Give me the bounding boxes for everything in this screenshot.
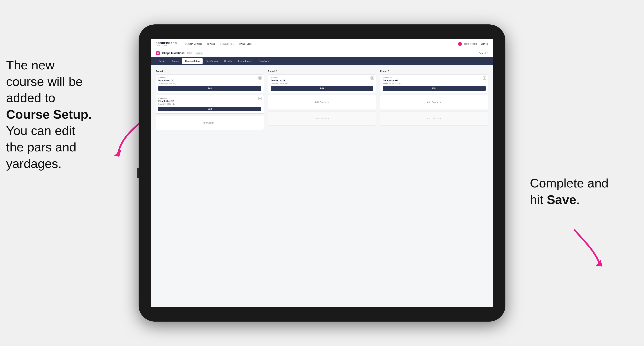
round-2-column: Round 2 ⊟ (Course A) Peachtree GC Yellow…	[268, 70, 376, 132]
round1-course-b-delete-button[interactable]: ⊟	[258, 97, 262, 100]
tournament-left: C Clippd Invitational (Men) Hosting	[156, 51, 203, 55]
round2-course-a-details: Yellow (M) (6629 yds)	[271, 82, 374, 84]
round3-course-a-name: Peachtree GC	[383, 79, 486, 82]
tournament-name: Clippd Invitational	[162, 51, 185, 54]
scoreboard-logo: SCOREBOARD Powered by clippd	[156, 42, 177, 46]
round2-course-a-card: ⊟ (Course A) Peachtree GC Yellow (M) (66…	[268, 74, 376, 93]
scoreboard-title: SCOREBOARD	[156, 42, 177, 44]
round1-course-a-card: ⊟ (Course A) Peachtree GC Yellow (M) (66…	[156, 74, 264, 93]
round1-add-course-text: Add Course +	[202, 121, 217, 124]
round1-add-course-button[interactable]: Add Course +	[156, 116, 264, 130]
rounds-grid: Round 1 ⊟ (Course A) Peachtree GC Yellow…	[156, 70, 488, 132]
round3-course-a-delete-button[interactable]: ⊟	[483, 76, 486, 80]
tablet-shell: SCOREBOARD Powered by clippd TOURNAMENTS…	[138, 24, 506, 322]
round3-add-course-1-text: Add Course +	[427, 101, 442, 104]
svg-marker-0	[114, 150, 121, 157]
round1-course-b-name: East Lake GC	[158, 100, 261, 103]
nav-committee[interactable]: COMMITTEE	[220, 43, 234, 45]
scoreboard-sub: Powered by clippd	[156, 45, 177, 46]
round1-course-a-details: Yellow (M) (6629 yds)	[158, 82, 261, 84]
tab-leaderboards[interactable]: Leaderboards	[236, 58, 255, 64]
round2-course-a-delete-button[interactable]: ⊟	[370, 76, 374, 80]
round2-plus-icon-2: +	[328, 117, 329, 120]
round1-course-b-card: ⊟ (Course B) East Lake GC Black (M) (689…	[156, 95, 264, 114]
round2-add-course-2-text: Add Course +	[315, 117, 329, 120]
round3-plus-icon-2: +	[440, 117, 442, 120]
user-avatar	[458, 42, 462, 46]
round3-add-course-1-button[interactable]: Add Course +	[380, 95, 488, 109]
tournament-logo: C	[156, 51, 160, 55]
round3-course-a-details: Yellow (M) (6629 yds)	[383, 82, 486, 84]
round1-course-a-delete-button[interactable]: ⊟	[258, 76, 262, 80]
nav-rankings[interactable]: RANKINGS	[239, 43, 252, 45]
round1-course-a-name: Peachtree GC	[158, 79, 261, 82]
round1-course-b-details: Black (M) (6891 yds)	[158, 103, 261, 105]
tablet-screen: SCOREBOARD Powered by clippd TOURNAMENTS…	[151, 39, 493, 307]
top-nav: SCOREBOARD Powered by clippd TOURNAMENTS…	[151, 39, 493, 49]
round2-add-course-2-button: Add Course +	[268, 111, 376, 126]
tab-printables[interactable]: Printables	[256, 58, 272, 64]
round2-course-a-edit-button[interactable]: Edit	[271, 86, 374, 91]
tab-teams[interactable]: Teams	[169, 58, 182, 64]
round2-plus-icon-1: +	[328, 101, 329, 104]
round1-course-b-edit-button[interactable]: Edit	[158, 107, 261, 111]
round2-course-a-label: (Course A)	[271, 77, 374, 79]
tabs-bar: Details Teams Course Setup Tee Groups Re…	[151, 57, 493, 65]
round1-course-a-edit-button[interactable]: Edit	[158, 86, 261, 91]
nav-tournaments[interactable]: TOURNAMENTS	[184, 43, 202, 45]
round2-course-a-name: Peachtree GC	[271, 79, 374, 82]
nav-right: blair@clippd.io | Sign out	[458, 42, 488, 46]
round3-add-course-2-button: Add Course +	[380, 111, 488, 126]
round1-course-b-label: (Course B)	[158, 97, 261, 99]
tab-course-setup[interactable]: Course Setup	[182, 58, 202, 64]
round3-course-a-edit-button[interactable]: Edit	[383, 86, 486, 91]
nav-teams[interactable]: TEAMS	[207, 43, 215, 45]
main-nav: TOURNAMENTS TEAMS COMMITTEE RANKINGS	[184, 43, 252, 45]
round-1-column: Round 1 ⊟ (Course A) Peachtree GC Yellow…	[156, 70, 264, 132]
round3-plus-icon-1: +	[440, 101, 442, 104]
round-3-header: Round 3	[380, 70, 488, 72]
round1-plus-icon: +	[216, 121, 217, 124]
tab-results[interactable]: Results	[221, 58, 234, 64]
hosting-badge: Hosting	[195, 52, 204, 54]
round1-course-a-label: (Course A)	[158, 77, 261, 79]
tab-details[interactable]: Details	[156, 58, 168, 64]
tournament-bar: C Clippd Invitational (Men) Hosting Canc…	[151, 49, 493, 57]
round3-course-a-label: (Course A)	[383, 77, 486, 79]
round2-add-course-1-text: Add Course +	[315, 101, 329, 104]
round2-add-course-1-button[interactable]: Add Course +	[268, 95, 376, 109]
sign-out-link[interactable]: Sign out	[481, 43, 488, 45]
round3-course-a-card: ⊟ (Course A) Peachtree GC Yellow (M) (66…	[380, 74, 488, 93]
round3-add-course-2-text: Add Course +	[427, 117, 442, 120]
arrow-right-icon	[566, 224, 612, 269]
round-3-column: Round 3 ⊟ (Course A) Peachtree GC Yellow…	[380, 70, 488, 132]
tournament-gender: (Men)	[187, 52, 192, 54]
main-content: Round 1 ⊟ (Course A) Peachtree GC Yellow…	[151, 65, 493, 307]
round-1-header: Round 1	[156, 70, 264, 72]
sign-out-separator: |	[479, 43, 479, 45]
tab-tee-groups[interactable]: Tee Groups	[204, 58, 221, 64]
cancel-button[interactable]: Cancel ✕	[479, 52, 488, 54]
nav-left: SCOREBOARD Powered by clippd TOURNAMENTS…	[156, 42, 252, 46]
annotation-right: Complete and hit Save.	[530, 175, 632, 208]
round-2-header: Round 2	[268, 70, 376, 72]
user-email: blair@clippd.io	[464, 43, 477, 45]
